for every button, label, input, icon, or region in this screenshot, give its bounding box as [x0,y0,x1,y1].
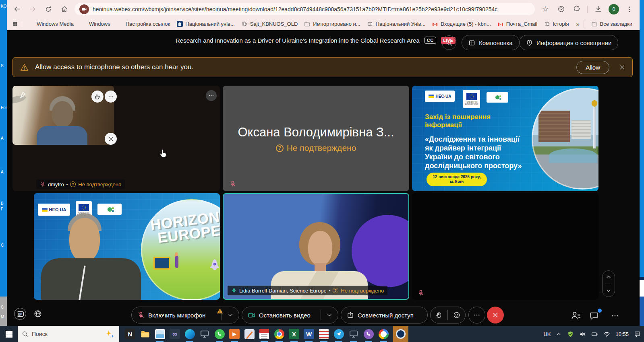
wifi-icon[interactable] [603,331,610,338]
site-camera-icon[interactable] [79,4,89,14]
bookmark-item[interactable]: Windows [77,20,114,29]
bookmark-item[interactable]: Импортировано и... [301,20,363,29]
hidden-icons-chevron[interactable] [556,331,562,337]
taskbar-app-telegram[interactable] [333,329,344,339]
taskbar-app-whatsapp[interactable] [214,329,225,339]
language-globe-icon[interactable] [33,309,42,318]
tile-scroll-control[interactable] [602,270,615,297]
taskbar-app-notion[interactable]: N [125,329,135,339]
taskbar-app-edge[interactable] [184,329,195,339]
cc-bubble-icon: CC [17,311,24,317]
video-tile-camera-off[interactable] [412,193,598,300]
captions-badge[interactable]: CC [425,37,436,44]
microsoft-icon [80,21,87,27]
video-tile-dmytro[interactable]: dmytro • ? Не подтверждено [12,86,220,191]
emoji-icon[interactable] [453,311,460,319]
unverified-icon: ? [333,288,338,293]
rocket-icon [206,258,220,275]
break-reaction-button[interactable] [91,91,104,103]
eu-flag-icon [466,93,477,100]
mic-muted-icon [418,290,424,296]
taskbar-app-display-settings[interactable] [199,329,210,339]
allow-button[interactable]: Allow [576,61,609,74]
layout-button[interactable]: Компоновка [462,35,520,50]
antivirus-shield-icon[interactable] [567,331,574,338]
mic-options-chevron[interactable] [222,312,239,318]
taskbar-app-viber[interactable] [363,329,374,339]
bookmarks-overflow-chevron[interactable]: » [572,21,583,27]
bookmark-item[interactable]: Sajt_KBNUOS_OLD [238,20,301,29]
banner-close-icon[interactable] [619,64,625,70]
shared-slide-tile[interactable]: HEC·UA Funded by the European Union Захі… [412,86,598,191]
back-button[interactable] [12,4,22,14]
taskbar-app-word[interactable]: W [304,329,314,339]
taskbar-app-projector[interactable] [348,329,359,339]
bookmark-item[interactable]: Windows Media [25,20,77,29]
video-tile-horizon-speaker[interactable]: HEC·UA Funded by the European Union HORI… [34,193,220,300]
bookmark-item[interactable]: Почта_Gmail [494,20,540,29]
taskbar-app-save-tool[interactable] [319,329,329,339]
bookmark-item[interactable]: Настройка ссылок [114,20,174,29]
privacy-icon[interactable] [556,4,566,14]
more-options-button[interactable] [468,307,485,323]
unmute-button[interactable]: Включить микрофон [132,311,222,319]
profile-avatar[interactable]: 0 [609,4,619,14]
taskbar-app-google[interactable] [378,329,389,339]
bookmark-item[interactable]: Історія [540,20,572,29]
raise-hand-icon[interactable] [435,311,443,319]
bookmark-star-icon[interactable]: ☆ [540,4,551,14]
apps-grid-icon[interactable] [11,19,19,29]
notification-center-icon[interactable] [634,331,641,338]
chat-panel-icon[interactable] [589,311,599,321]
taskbar-search[interactable]: Поиск [18,326,119,342]
taskbar-app-excel[interactable]: X [289,329,299,339]
bookmark-item[interactable]: Національний Унів... [364,20,429,29]
clock[interactable]: 10:55 [615,331,629,337]
participant-label: Lidia Borrell-Damian, Science Europe • ?… [228,286,387,295]
start-button[interactable] [0,326,18,342]
all-bookmarks-button[interactable]: Все закладки [588,20,636,29]
desktop-text-fragment: C [1,243,4,247]
pin-icon[interactable] [18,91,26,99]
bookmark-item[interactable]: Національний унів... [173,20,238,29]
url-text[interactable]: heoinua.webex.com/wbxmjs/joinservice/sit… [93,6,497,12]
leave-meeting-button[interactable] [487,307,504,323]
downloads-icon[interactable] [593,4,603,14]
language-indicator[interactable]: UK [543,331,551,337]
taskbar-app-photos[interactable] [155,329,165,339]
copilot-sparkle-icon[interactable] [105,330,115,338]
video-tile-lidia[interactable]: Lidia Borrell-Damian, Science Europe • ?… [223,193,409,300]
taskbar-app-webex-active[interactable] [393,326,408,342]
video-tile-oksana[interactable]: Оксана Володимирівна З... ? Не подтвержд… [223,86,409,191]
video-more-button[interactable] [105,91,117,103]
scroll-down-icon[interactable] [605,287,612,294]
video-options-chevron[interactable] [321,312,338,318]
taskbar-app-pdf[interactable] [259,329,269,339]
browser-menu-icon[interactable] [624,4,635,14]
volume-icon[interactable] [579,331,586,338]
taskbar-app-photo-editor[interactable] [244,329,255,339]
video-settings-button[interactable] [105,133,117,145]
participants-panel-icon[interactable] [571,310,581,321]
tile-menu-button[interactable] [206,90,217,101]
taskbar-app-copilot[interactable]: ∞ [170,329,180,339]
url-bar[interactable]: heoinua.webex.com/wbxmjs/joinservice/sit… [75,3,535,15]
scroll-up-icon[interactable] [605,274,612,280]
extensions-icon[interactable] [572,4,582,14]
stop-video-button[interactable]: Остановить видео [242,311,321,319]
nrfu-logo-mark [495,95,499,99]
battery-icon[interactable] [591,331,598,338]
panels-more-icon[interactable] [611,312,619,320]
home-button[interactable] [59,4,69,14]
taskbar-app-file-explorer[interactable] [140,329,150,339]
share-button[interactable]: Совместный доступ [341,307,428,323]
reload-button[interactable] [43,4,54,14]
taskbar-app-media-player[interactable]: ▶ [229,329,240,339]
mic-muted-icon [230,181,236,187]
zoom-search-button[interactable] [442,35,456,50]
closed-captions-button[interactable]: CC [14,308,26,320]
forward-button[interactable] [27,4,38,14]
bookmark-item[interactable]: Входящие (5) - kbn... [429,20,494,29]
taskbar-app-chrome[interactable] [274,329,284,339]
meeting-info-button[interactable]: Информация о совещании [519,35,618,50]
